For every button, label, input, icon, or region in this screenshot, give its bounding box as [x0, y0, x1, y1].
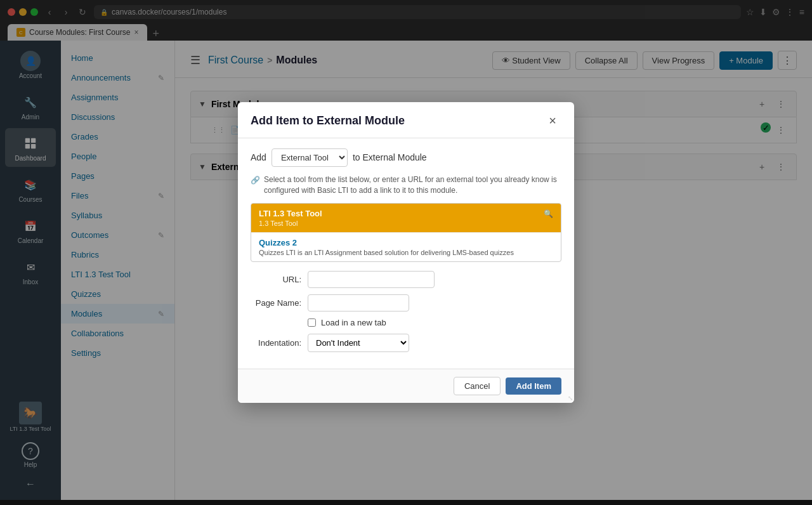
add-item-modal: Add Item to External Module × Add Extern… — [238, 102, 574, 403]
modal-body: Add External Tool Assignment Quiz File P… — [238, 138, 574, 369]
add-item-button[interactable]: Add Item — [506, 377, 561, 395]
url-input[interactable] — [308, 271, 435, 288]
tool-list: LTI 1.3 Test Tool 🔍 1.3 Test Tool Quizze… — [251, 203, 561, 262]
tool-item-lti13-name: LTI 1.3 Test Tool — [259, 209, 322, 218]
url-label: URL: — [251, 275, 301, 284]
page-name-row: Page Name: — [251, 294, 561, 312]
new-tab-checkbox[interactable] — [308, 318, 316, 327]
tool-item-quizzes2-header: Quizzes 2 — [259, 238, 553, 247]
page-name-label: Page Name: — [251, 298, 301, 308]
indentation-row: Indentation: Don't Indent Indent 1 Level… — [251, 334, 561, 352]
tool-item-quizzes2[interactable]: Quizzes 2 Quizzes LTI is an LTI Assignme… — [251, 233, 561, 261]
add-type-select[interactable]: External Tool Assignment Quiz File Page … — [272, 148, 348, 167]
new-tab-label[interactable]: Load in a new tab — [321, 318, 386, 327]
resize-handle[interactable]: ⤡ — [568, 395, 573, 402]
tool-search-icon: 🔍 — [544, 209, 553, 218]
modal-backdrop: Add Item to External Module × Add Extern… — [0, 0, 812, 505]
tool-item-lti13[interactable]: LTI 1.3 Test Tool 🔍 1.3 Test Tool — [251, 204, 561, 233]
link-icon: 🔗 — [251, 175, 260, 186]
tool-item-lti13-header: LTI 1.3 Test Tool 🔍 — [259, 209, 553, 218]
new-tab-row: Load in a new tab — [251, 318, 561, 327]
page-name-input[interactable] — [308, 294, 409, 312]
tool-item-lti13-desc: 1.3 Test Tool — [259, 220, 553, 227]
add-label: Add — [251, 152, 266, 162]
modal-title: Add Item to External Module — [251, 114, 405, 128]
modal-header: Add Item to External Module × — [238, 102, 574, 138]
tool-item-quizzes2-name: Quizzes 2 — [259, 238, 297, 247]
info-text: Select a tool from the list below, or en… — [264, 174, 561, 196]
tool-item-quizzes2-desc: Quizzes LTI is an LTI Assignment based s… — [259, 249, 553, 256]
modal-close-button[interactable]: × — [544, 112, 561, 130]
modal-footer: Cancel Add Item — [238, 369, 574, 403]
info-row: 🔗 Select a tool from the list below, or … — [251, 174, 561, 196]
indentation-select[interactable]: Don't Indent Indent 1 Level Indent 2 Lev… — [308, 334, 409, 352]
url-row: URL: — [251, 271, 561, 288]
cancel-button[interactable]: Cancel — [454, 377, 501, 395]
add-to-label: to External Module — [353, 152, 427, 162]
add-type-row: Add External Tool Assignment Quiz File P… — [251, 148, 561, 167]
indentation-label: Indentation: — [251, 338, 301, 348]
